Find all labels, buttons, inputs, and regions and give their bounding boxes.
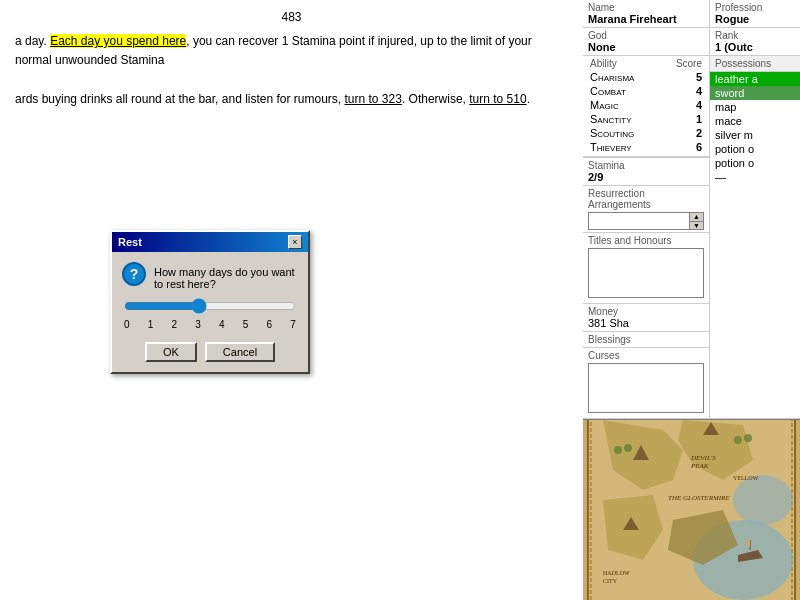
passage-number: 483: [15, 10, 568, 24]
slider-label-4: 4: [219, 319, 225, 330]
titles-section: Titles and Honours: [583, 233, 709, 304]
profession-value: Rogue: [715, 13, 795, 25]
slider-container: 0 1 2 3 4 5 6 7: [122, 298, 298, 330]
dialog-titlebar: Rest ×: [112, 232, 308, 252]
ability-charisma-score: 5: [696, 71, 702, 83]
resurrection-spinners: ▲ ▼: [690, 212, 704, 230]
dialog-body: ? How many days do you want to rest here…: [112, 252, 308, 372]
passage-text-part3: ards buying drinks all round at the bar,…: [15, 92, 345, 106]
resurrection-spin-up[interactable]: ▲: [690, 213, 703, 221]
possession-silver[interactable]: silver m: [710, 128, 800, 142]
char-left-column: Name Marana Fireheart God None Ability S…: [583, 0, 710, 418]
dialog-close-button[interactable]: ×: [288, 235, 302, 249]
ability-magic-score: 4: [696, 99, 702, 111]
passage-text-part5: .: [527, 92, 530, 106]
dialog-question-text: How many days do you want to rest here?: [154, 262, 298, 290]
god-cell: God None: [583, 28, 709, 56]
turn-to-323-link[interactable]: turn to 323: [345, 92, 402, 106]
name-cell: Name Marana Fireheart: [583, 0, 709, 28]
possession-leather-armour[interactable]: leather a: [710, 72, 800, 86]
days-slider[interactable]: [124, 298, 296, 314]
titles-label: Titles and Honours: [588, 235, 704, 246]
possession-potion2[interactable]: potion o: [710, 156, 800, 170]
money-section: Money 381 Sha: [583, 304, 709, 332]
abilities-header: Ability Score: [588, 58, 704, 69]
map-svg: DEVIL'S PEAK THE GLOSTERMIRE HADLOW CITY…: [583, 419, 800, 600]
passage-text-part4: . Otherwise,: [402, 92, 469, 106]
resurrection-input-wrapper: ▲ ▼: [588, 212, 704, 230]
svg-point-14: [614, 446, 622, 454]
ability-combat-score: 4: [696, 85, 702, 97]
dialog-title: Rest: [118, 236, 142, 248]
titles-textarea[interactable]: [588, 248, 704, 298]
ability-charisma-name: Charisma: [590, 71, 634, 83]
blessings-label: Blessings: [588, 334, 704, 345]
rest-dialog: Rest × ? How many days do you want to re…: [110, 230, 310, 374]
ability-scouting-name: Scouting: [590, 127, 634, 139]
possession-potion1[interactable]: potion o: [710, 142, 800, 156]
passage-text: a day. Each day you spend here, you can …: [15, 32, 568, 109]
ability-scouting: Scouting 2: [588, 126, 704, 140]
profession-cell: Profession Rogue: [710, 0, 800, 28]
slider-label-5: 5: [243, 319, 249, 330]
rank-value: 1 (Outc: [715, 41, 795, 53]
turn-to-510-link[interactable]: turn to 510: [469, 92, 526, 106]
possession-map[interactable]: map: [710, 100, 800, 114]
ability-thievery-name: Thievery: [590, 141, 632, 153]
name-label: Name: [588, 2, 704, 13]
svg-point-17: [744, 434, 752, 442]
money-label: Money: [588, 306, 704, 317]
svg-text:PEAK: PEAK: [690, 462, 709, 470]
profession-label: Profession: [715, 2, 795, 13]
money-value: 381 Sha: [588, 317, 704, 329]
score-col-header: Score: [676, 58, 702, 69]
svg-text:THE GLOSTERMIRE: THE GLOSTERMIRE: [668, 494, 730, 502]
slider-labels: 0 1 2 3 4 5 6 7: [124, 319, 296, 330]
slider-label-3: 3: [195, 319, 201, 330]
ability-sanctity: Sanctity 1: [588, 112, 704, 126]
resurrection-spin-down[interactable]: ▼: [690, 221, 703, 230]
ability-charisma: Charisma 5: [588, 70, 704, 84]
ability-thievery-score: 6: [696, 141, 702, 153]
dialog-question-row: ? How many days do you want to rest here…: [122, 262, 298, 290]
blessings-section: Blessings: [583, 332, 709, 348]
resurrection-section: Resurrection Arrangements ▲ ▼: [583, 186, 709, 233]
svg-point-4: [733, 475, 793, 525]
curses-textarea[interactable]: [588, 363, 704, 413]
slider-label-0: 0: [124, 319, 130, 330]
stamina-section: Stamina 2/9: [583, 157, 709, 186]
possession-mace[interactable]: mace: [710, 114, 800, 128]
possessions-label: Possessions: [715, 58, 795, 69]
rank-label: Rank: [715, 30, 795, 41]
svg-point-15: [624, 444, 632, 452]
passage-text-part1: a day.: [15, 34, 50, 48]
passage-highlighted: Each day you spend here: [50, 34, 186, 48]
possession-sword[interactable]: sword: [710, 86, 800, 100]
name-value: Marana Fireheart: [588, 13, 704, 25]
slider-label-2: 2: [172, 319, 178, 330]
god-label: God: [588, 30, 704, 41]
resurrection-input[interactable]: [588, 212, 690, 230]
slider-label-7: 7: [290, 319, 296, 330]
slider-label-1: 1: [148, 319, 154, 330]
dialog-cancel-button[interactable]: Cancel: [205, 342, 275, 362]
possession-dash[interactable]: —: [710, 170, 800, 184]
rank-cell: Rank 1 (Outc: [710, 28, 800, 56]
svg-text:HADLOW: HADLOW: [603, 570, 630, 576]
svg-text:CITY: CITY: [603, 578, 618, 584]
dialog-question-icon: ?: [122, 262, 146, 286]
god-value: None: [588, 41, 704, 53]
ability-sanctity-name: Sanctity: [590, 113, 632, 125]
ability-magic: Magic 4: [588, 98, 704, 112]
ability-col-header: Ability: [590, 58, 617, 69]
character-panel: Name Marana Fireheart God None Ability S…: [583, 0, 800, 600]
svg-text:DEVIL'S: DEVIL'S: [690, 454, 716, 462]
ability-combat-name: Combat: [590, 85, 626, 97]
ability-combat: Combat 4: [588, 84, 704, 98]
abilities-section: Ability Score Charisma 5 Combat 4 Magic …: [583, 56, 709, 157]
resurrection-label: Resurrection Arrangements: [588, 188, 704, 210]
dialog-ok-button[interactable]: OK: [145, 342, 197, 362]
ability-thievery: Thievery 6: [588, 140, 704, 154]
svg-point-16: [734, 436, 742, 444]
curses-label: Curses: [588, 350, 704, 361]
